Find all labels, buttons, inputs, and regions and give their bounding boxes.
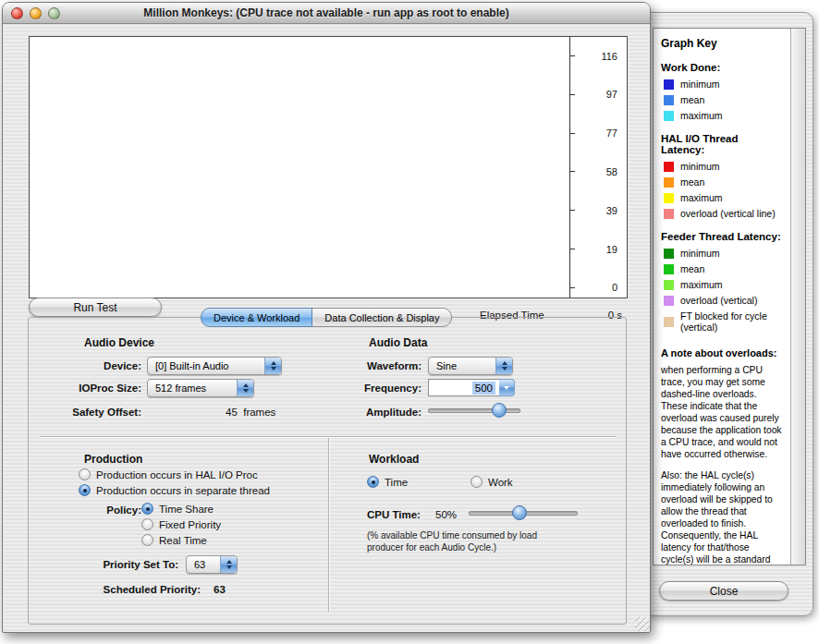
radio-production-thread[interactable]: Production occurs in separate thread bbox=[79, 484, 270, 496]
feeder-blocked-swatch-icon bbox=[664, 317, 674, 327]
radio-icon bbox=[141, 518, 153, 530]
device-workload-pane: Audio Device Device: [0] Built-in Audio … bbox=[28, 317, 627, 625]
y-tick: 39 bbox=[570, 204, 627, 216]
radio-icon bbox=[141, 534, 153, 546]
safety-offset-value: 45 frames bbox=[226, 407, 275, 418]
amplitude-label: Amplitude: bbox=[322, 407, 422, 418]
legend-item: maximum bbox=[664, 192, 783, 203]
amplitude-slider-thumb[interactable] bbox=[492, 403, 507, 418]
ioproc-size-label: IOProc Size: bbox=[43, 383, 141, 394]
work-done-title: Work Done: bbox=[661, 62, 783, 73]
waveform-popup[interactable]: Sine bbox=[428, 357, 513, 375]
radio-selected-icon bbox=[79, 484, 91, 496]
y-tick: 116 bbox=[570, 50, 627, 62]
hal-mean-swatch-icon bbox=[664, 177, 674, 188]
feeder-max-swatch-icon bbox=[664, 280, 674, 290]
main-window: Million Monkeys: (CPU trace not availabl… bbox=[2, 2, 651, 633]
cpu-time-slider-thumb[interactable] bbox=[512, 505, 527, 520]
window-title: Million Monkeys: (CPU trace not availabl… bbox=[3, 6, 650, 19]
radio-workload-time[interactable]: Time bbox=[367, 476, 408, 488]
safety-offset-label: Safety Offset: bbox=[43, 407, 141, 418]
cpu-time-slider[interactable] bbox=[469, 504, 578, 519]
legend-item: maximum bbox=[664, 279, 783, 290]
audio-data-group-title: Audio Data bbox=[369, 336, 427, 349]
popup-arrows-icon bbox=[264, 358, 281, 374]
scheduled-priority-label: Scheduled Priority: bbox=[62, 584, 201, 595]
scheduled-priority-value: 63 bbox=[214, 584, 226, 595]
ioproc-size-popup[interactable]: 512 frames bbox=[147, 379, 254, 397]
production-group-title: Production bbox=[84, 453, 142, 466]
run-test-button[interactable]: Run Test bbox=[29, 298, 162, 317]
frequency-input[interactable]: 500 bbox=[428, 379, 500, 396]
vertical-separator bbox=[328, 438, 330, 612]
hal-latency-title: HAL I/O Thread Latency: bbox=[661, 133, 783, 155]
feeder-mean-swatch-icon bbox=[664, 264, 674, 274]
priority-popup[interactable]: 63 bbox=[186, 555, 238, 574]
radio-selected-icon bbox=[367, 476, 379, 488]
zoom-window-button[interactable] bbox=[48, 7, 60, 19]
graph-key-drawer: Graph Key Work Done: minimum mean maximu… bbox=[647, 12, 813, 616]
tab-device-workload[interactable]: Device & Workload bbox=[201, 308, 312, 327]
graph-key-scrollbar[interactable] bbox=[790, 29, 805, 565]
policy-label: Policy: bbox=[67, 504, 141, 516]
overloads-note-1: when performing a CPU trace, you may get… bbox=[661, 364, 783, 460]
radio-workload-work[interactable]: Work bbox=[471, 476, 513, 488]
tab-data-collection-display[interactable]: Data Collection & Display bbox=[312, 308, 452, 327]
frequency-combo-button[interactable] bbox=[499, 379, 515, 396]
amplitude-slider-track[interactable] bbox=[428, 408, 520, 413]
legend-item: mean bbox=[664, 176, 783, 188]
y-tick: 77 bbox=[570, 128, 627, 140]
audio-device-group-title: Audio Device bbox=[84, 336, 154, 349]
legend-item: mean bbox=[664, 94, 783, 105]
feeder-overload-swatch-icon bbox=[664, 296, 674, 306]
radio-policy-time-share[interactable]: Time Share bbox=[141, 503, 214, 515]
cpu-time-value: 50% bbox=[435, 509, 457, 520]
legend-item: FT blocked for cycle (vertical) bbox=[664, 310, 783, 333]
work-done-max-swatch-icon bbox=[664, 111, 674, 121]
legend-item: overload (vertical) bbox=[664, 295, 783, 306]
graph-key-title: Graph Key bbox=[661, 37, 783, 50]
desktop: Graph Key Work Done: minimum mean maximu… bbox=[0, 0, 819, 644]
graph-key-panel: Graph Key Work Done: minimum mean maximu… bbox=[653, 28, 806, 565]
legend-item: mean bbox=[664, 263, 783, 274]
popup-arrows-icon bbox=[237, 380, 253, 396]
y-tick: 97 bbox=[570, 89, 627, 101]
overloads-note-title: A note about overloads: bbox=[661, 347, 783, 358]
hal-min-swatch-icon bbox=[664, 162, 674, 172]
legend-item: maximum bbox=[664, 110, 783, 121]
titlebar[interactable]: Million Monkeys: (CPU trace not availabl… bbox=[3, 3, 650, 24]
minimize-window-button[interactable] bbox=[30, 7, 42, 19]
radio-icon bbox=[79, 468, 91, 480]
legend-item: minimum bbox=[664, 79, 783, 90]
frequency-selected-text: 500 bbox=[472, 382, 495, 395]
radio-selected-icon bbox=[141, 503, 153, 515]
tab-bar: Device & Workload Data Collection & Disp… bbox=[201, 308, 452, 327]
window-controls bbox=[11, 7, 60, 19]
radio-production-hal[interactable]: Production occurs in HAL I/O Proc bbox=[79, 468, 258, 480]
y-tick: 0 bbox=[570, 282, 627, 294]
close-window-button[interactable] bbox=[11, 7, 23, 19]
work-done-min-swatch-icon bbox=[664, 79, 674, 90]
device-popup[interactable]: [0] Built-in Audio bbox=[147, 357, 282, 375]
priority-set-to-label: Priority Set To: bbox=[62, 559, 178, 570]
amplitude-slider[interactable] bbox=[428, 402, 520, 417]
frequency-label: Frequency: bbox=[322, 383, 422, 394]
hal-overload-swatch-icon bbox=[664, 209, 674, 219]
feeder-latency-title: Feeder Thread Latency: bbox=[661, 231, 783, 242]
graph-y-axis: 116 97 77 58 39 19 0 bbox=[569, 37, 627, 298]
overloads-note-2: Also: the HAL cycle(s) immediately follo… bbox=[661, 469, 783, 565]
y-tick: 58 bbox=[570, 165, 627, 177]
workload-group-title: Workload bbox=[369, 453, 419, 466]
legend-item: minimum bbox=[664, 161, 783, 172]
legend-item: overload (vertical line) bbox=[664, 208, 783, 219]
close-button[interactable]: Close bbox=[659, 581, 788, 601]
popup-arrows-icon bbox=[495, 358, 512, 374]
waveform-label: Waveform: bbox=[322, 360, 422, 371]
popup-arrows-icon bbox=[220, 556, 237, 573]
radio-policy-fixed-priority[interactable]: Fixed Priority bbox=[141, 518, 221, 530]
radio-policy-real-time[interactable]: Real Time bbox=[141, 534, 207, 546]
graph-plot-area: 116 97 77 58 39 19 0 bbox=[29, 36, 628, 298]
cpu-time-note: (% available CPU time consumed by load p… bbox=[367, 530, 563, 553]
radio-icon bbox=[471, 476, 483, 488]
window-resize-grip[interactable] bbox=[635, 617, 649, 631]
